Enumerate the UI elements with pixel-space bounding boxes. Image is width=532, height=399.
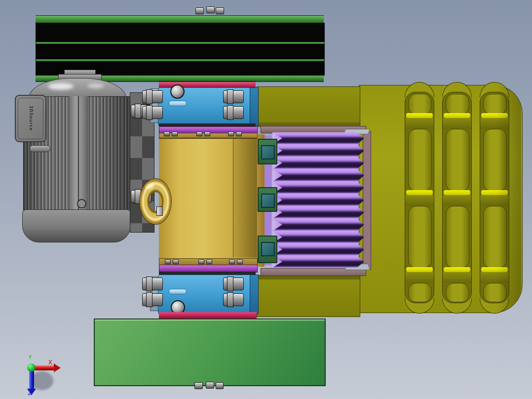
clamp-plug[interactable] bbox=[170, 84, 185, 99]
cylinder-side-panel bbox=[233, 139, 257, 257]
clamp-top-end-cap bbox=[250, 87, 259, 126]
hex-bolt[interactable] bbox=[223, 293, 244, 306]
pulley-groove-flange bbox=[36, 42, 324, 44]
bellows[interactable] bbox=[272, 132, 364, 268]
housing-rib-column[interactable] bbox=[442, 92, 472, 303]
bolt[interactable] bbox=[236, 131, 242, 136]
bolt[interactable] bbox=[206, 6, 215, 13]
pulley-top-rim[interactable] bbox=[36, 15, 324, 23]
hex-bolt[interactable] bbox=[142, 90, 163, 103]
housing-rib-column[interactable] bbox=[405, 92, 434, 303]
rib-pill bbox=[408, 206, 432, 268]
bolt[interactable] bbox=[206, 382, 214, 389]
bellows-back-panel bbox=[363, 131, 371, 270]
rib-pill bbox=[446, 94, 469, 115]
hex-bolt[interactable] bbox=[223, 106, 244, 119]
hex-bolt[interactable] bbox=[142, 293, 163, 306]
motor-brand-label: 3DSource bbox=[29, 106, 33, 131]
rib-highlight bbox=[406, 190, 433, 195]
bolt[interactable] bbox=[206, 259, 212, 264]
motor-base-hole bbox=[77, 199, 86, 208]
hinge-window bbox=[261, 242, 275, 256]
y-axis-origin-ball bbox=[27, 363, 36, 372]
hex-bolt[interactable] bbox=[223, 90, 244, 103]
lifting-eye-pin bbox=[156, 206, 163, 216]
rib-highlight bbox=[444, 267, 470, 272]
pulley-groove-flange bbox=[36, 59, 324, 61]
bolt[interactable] bbox=[204, 131, 210, 136]
rib-separator bbox=[443, 272, 471, 283]
bolt[interactable] bbox=[195, 7, 204, 14]
hinge-block[interactable] bbox=[258, 236, 277, 263]
bolt[interactable] bbox=[198, 259, 204, 264]
rib-pill bbox=[446, 206, 469, 268]
bolt[interactable] bbox=[229, 259, 235, 264]
rib-separator bbox=[443, 195, 471, 206]
rib-pill bbox=[446, 283, 469, 302]
bolt[interactable] bbox=[237, 259, 243, 264]
hinge-window bbox=[261, 194, 275, 208]
bolt[interactable] bbox=[216, 382, 224, 389]
belt-set[interactable] bbox=[36, 23, 325, 76]
rib-highlight bbox=[444, 113, 470, 118]
hex-bolt[interactable] bbox=[142, 106, 163, 119]
rib-pill bbox=[408, 129, 432, 191]
bolt[interactable] bbox=[196, 131, 202, 136]
lifting-eye[interactable] bbox=[140, 179, 171, 224]
rib-highlight bbox=[444, 190, 470, 195]
hex-bolt[interactable] bbox=[142, 278, 163, 290]
rib-pill bbox=[408, 94, 432, 115]
motor-junction-box[interactable]: 3DSource bbox=[15, 95, 46, 142]
motor-center-band bbox=[69, 96, 88, 210]
hinge-block[interactable] bbox=[258, 187, 277, 212]
housing-edge-shading bbox=[496, 85, 521, 312]
motor-base[interactable] bbox=[22, 209, 131, 242]
bolt[interactable] bbox=[165, 259, 171, 264]
bolt[interactable] bbox=[228, 131, 234, 136]
bolt[interactable] bbox=[173, 259, 179, 264]
bolt[interactable] bbox=[164, 131, 170, 136]
bolt[interactable] bbox=[172, 131, 178, 136]
z-axis-label: Z bbox=[28, 389, 32, 397]
cad-viewport: 3DSource bbox=[0, 0, 532, 399]
rib-pill bbox=[446, 129, 469, 191]
rib-separator bbox=[443, 118, 471, 129]
rib-separator bbox=[405, 118, 434, 129]
clamp-bottom-end-cap bbox=[250, 275, 259, 314]
hinge-block[interactable] bbox=[258, 139, 277, 164]
x-axis-label: X bbox=[48, 359, 52, 366]
housing-top-arm[interactable] bbox=[257, 86, 360, 127]
rib-separator bbox=[405, 272, 434, 283]
housing-bottom-arm[interactable] bbox=[257, 275, 360, 317]
bottom-guard-block[interactable] bbox=[94, 319, 326, 386]
y-axis-label: Y bbox=[29, 355, 32, 360]
rib-pill bbox=[408, 283, 432, 302]
axis-triad: X Y Z bbox=[18, 352, 67, 397]
motor-drain-plug[interactable] bbox=[30, 145, 50, 152]
hinge-window bbox=[261, 145, 275, 160]
hex-bolt[interactable] bbox=[223, 278, 244, 290]
rib-highlight bbox=[406, 113, 433, 118]
rib-separator bbox=[405, 195, 434, 206]
junction-box-cover: 3DSource bbox=[18, 98, 43, 139]
rib-highlight bbox=[406, 267, 433, 272]
clamp-pin bbox=[169, 101, 187, 106]
clamp-pin bbox=[169, 289, 187, 294]
bolt[interactable] bbox=[194, 382, 203, 389]
bolt[interactable] bbox=[216, 7, 224, 14]
